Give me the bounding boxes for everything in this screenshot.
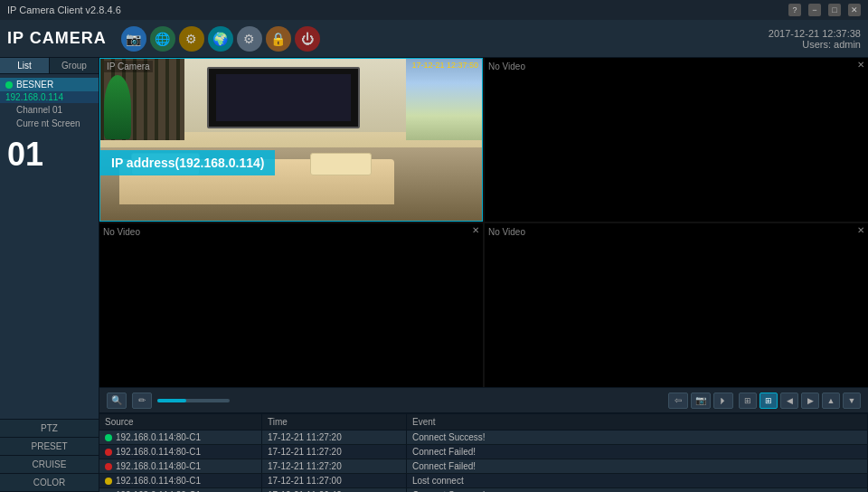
camera-cell-4[interactable]: No Video ✕ (485, 223, 868, 387)
device-name-besner: BESNER (16, 80, 53, 90)
sidebar-buttons: PTZ PRESET CRUISE COLOR (0, 419, 99, 492)
log-rows: 192.168.0.114:80-C117-12-21 11:27:20Conn… (99, 430, 868, 492)
header: IP CAMERA 📷 🌐 ⚙ 🌍 ⚙ 🔒 ⏻ 2017-12-21 12:37… (0, 20, 868, 58)
camera-3-close-icon[interactable]: ✕ (472, 225, 479, 235)
close-button[interactable]: ✕ (848, 4, 861, 16)
ip-address-overlay: IP address(192.168.0.114) (100, 150, 275, 175)
log-cell-event: Connect Failed! (407, 459, 868, 473)
camera-1-label: IP Camera (104, 61, 153, 72)
log-cell-time: 17-12-21 11:26:42 (262, 488, 407, 492)
log-cell-source: 192.168.0.114:80-C1 (99, 488, 262, 492)
shield-toolbar-icon[interactable]: 🔒 (266, 26, 291, 52)
control-bar: 🔍 ✏ ⇦ 📷 ⏵ ⊞ ⊞ ◀ ▶ ▲ ▼ (99, 387, 868, 412)
nav-icon-group: ⇦ 📷 ⏵ (668, 393, 733, 409)
log-header: Source Time Event (99, 414, 868, 430)
camera-4-close-icon[interactable]: ✕ (857, 225, 864, 235)
log-row: 192.168.0.114:80-C117-12-21 11:27:20Conn… (99, 459, 868, 474)
camera-cell-1[interactable]: IP Camera 17-12-21 12:37:50 (99, 58, 483, 222)
device-item-besner[interactable]: BESNER (0, 78, 99, 91)
users-label: Users: (802, 39, 831, 50)
title-bar: IP Camera Client v2.8.4.6 ? − □ ✕ (0, 0, 868, 20)
minimize-button[interactable]: − (808, 4, 821, 16)
log-row: 192.168.0.114:80-C117-12-21 11:26:42Conn… (99, 488, 868, 492)
main-area: List Group BESNER 192.168.0.114 Channel … (0, 58, 868, 492)
logo-camera: CAMERA (30, 29, 107, 47)
camera-grid: IP Camera 17-12-21 12:37:50 (99, 58, 868, 387)
camera-cell-3[interactable]: No Video ✕ (99, 223, 483, 387)
channel-number: 01 (0, 130, 99, 179)
tab-list[interactable]: List (0, 58, 50, 73)
content-area: IP Camera 17-12-21 12:37:50 (99, 58, 868, 492)
channel-01-item[interactable]: Channel 01 (0, 103, 99, 117)
camera-2-close-icon[interactable]: ✕ (857, 60, 864, 70)
grid-right-button[interactable]: ▶ (801, 393, 819, 409)
log-row: 192.168.0.114:80-C117-12-21 11:27:20Conn… (99, 445, 868, 459)
log-col-event: Event (407, 414, 868, 430)
log-cell-time: 17-12-21 11:27:00 (262, 474, 407, 487)
device-list: BESNER 192.168.0.114 Channel 01 Curre nt… (0, 74, 99, 419)
title-bar-controls: ? − □ ✕ (788, 4, 861, 16)
power-toolbar-icon[interactable]: ⏻ (295, 26, 320, 52)
nav-back-button[interactable]: ⇦ (668, 393, 688, 409)
sidebar: List Group BESNER 192.168.0.114 Channel … (0, 58, 99, 492)
grid-up-button[interactable]: ▲ (822, 393, 840, 409)
grid-1x1-button[interactable]: ⊞ (739, 393, 757, 409)
log-cell-source: 192.168.0.114:80-C1 (99, 459, 262, 473)
preset-button[interactable]: PRESET (0, 438, 99, 456)
config-toolbar-icon[interactable]: ⚙ (237, 26, 262, 52)
cruise-button[interactable]: CRUISE (0, 456, 99, 474)
header-right: 2017-12-21 12:37:38 Users: admin (769, 28, 861, 50)
user-display: Users: admin (769, 39, 861, 50)
log-cell-time: 17-12-21 11:27:20 (262, 459, 407, 473)
ptz-button[interactable]: PTZ (0, 420, 99, 438)
grid-2x2-button[interactable]: ⊞ (760, 393, 778, 409)
color-button[interactable]: COLOR (0, 474, 99, 492)
nav-camera-button[interactable]: 📷 (691, 393, 711, 409)
help-button[interactable]: ? (788, 4, 801, 16)
log-status-dot (105, 449, 112, 456)
log-cell-time: 17-12-21 11:27:20 (262, 445, 407, 459)
network-toolbar-icon[interactable]: 🌍 (208, 26, 233, 52)
logo-ip: IP (7, 29, 24, 47)
camera-toolbar-icon[interactable]: 📷 (121, 26, 146, 52)
camera-3-no-video-label: No Video (103, 227, 140, 237)
log-cell-event: Lost connect (407, 474, 868, 487)
grid-down-button[interactable]: ▼ (843, 393, 861, 409)
search-button[interactable]: 🔍 (107, 393, 127, 409)
log-cell-event: Connect Success! (407, 488, 868, 492)
camera-1-timestamp: 17-12-21 12:37:50 (411, 61, 478, 70)
camera-4-no-video-label: No Video (488, 227, 525, 237)
grid-left-button[interactable]: ◀ (780, 393, 798, 409)
log-cell-source: 192.168.0.114:80-C1 (99, 445, 262, 459)
grid-layout-group: ⊞ ⊞ ◀ ▶ ▲ ▼ (739, 393, 861, 409)
log-cell-source: 192.168.0.114:80-C1 (99, 430, 262, 444)
edit-button[interactable]: ✏ (132, 393, 152, 409)
log-col-source: Source (99, 414, 262, 430)
log-col-time: Time (262, 414, 407, 430)
volume-slider-fill (157, 399, 186, 402)
title-bar-app: IP Camera Client v2.8.4.6 (7, 5, 121, 15)
log-cell-event: Connect Success! (407, 430, 868, 444)
log-row: 192.168.0.114:80-C117-12-21 11:27:20Conn… (99, 430, 868, 445)
log-status-dot (105, 478, 112, 485)
camera-cell-2[interactable]: No Video ✕ (485, 58, 868, 222)
log-cell-time: 17-12-21 11:27:20 (262, 430, 407, 444)
log-row: 192.168.0.114:80-C117-12-21 11:27:00Lost… (99, 474, 868, 488)
app-logo: IP CAMERA (7, 29, 107, 48)
nav-play-button[interactable]: ⏵ (713, 393, 733, 409)
camera-2-no-video-label: No Video (488, 62, 525, 71)
device-ip: 192.168.0.114 (0, 91, 99, 103)
current-screen-item[interactable]: Curre nt Screen (0, 117, 99, 130)
log-status-dot (105, 434, 112, 441)
volume-slider[interactable] (157, 399, 230, 402)
maximize-button[interactable]: □ (828, 4, 841, 16)
sidebar-tabs: List Group (0, 58, 99, 74)
settings-toolbar-icon[interactable]: ⚙ (179, 26, 204, 52)
tab-group[interactable]: Group (50, 58, 99, 73)
log-cell-source: 192.168.0.114:80-C1 (99, 474, 262, 487)
log-cell-event: Connect Failed! (407, 445, 868, 459)
datetime-display: 2017-12-21 12:37:38 (769, 28, 861, 39)
log-status-dot (105, 463, 112, 470)
log-area: Source Time Event 192.168.0.114:80-C117-… (99, 412, 868, 492)
globe-toolbar-icon[interactable]: 🌐 (150, 26, 175, 52)
